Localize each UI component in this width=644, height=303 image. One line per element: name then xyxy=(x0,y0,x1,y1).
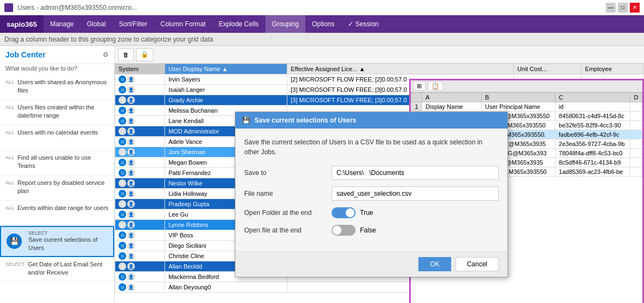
app-icon xyxy=(4,3,13,12)
toolbar-lock-btn[interactable]: 🔒 xyxy=(136,48,153,61)
ss-col-a[interactable]: A xyxy=(422,93,482,102)
open-folder-label: Open Folder at the end xyxy=(244,209,332,217)
sidebar: Job Center ⚙ What would you like to do? … xyxy=(0,46,115,303)
file-name-input[interactable] xyxy=(332,187,499,201)
dialog-title-icon: 💾 xyxy=(242,116,250,124)
window-title: Users - admin@M365x393550.onmicro... xyxy=(17,4,137,11)
save-dialog: 💾 Save current selections of Users Save … xyxy=(235,112,508,277)
title-bar: Users - admin@M365x393550.onmicro... — □… xyxy=(0,0,644,15)
menu-column-format[interactable]: Column Format xyxy=(154,15,212,33)
sidebar-item-anonymous-files[interactable]: ALL Users with shared as Anonymous files xyxy=(0,75,114,100)
ok-button[interactable]: OK xyxy=(418,257,451,271)
maximize-button[interactable]: □ xyxy=(618,3,628,13)
save-icon: 💾 xyxy=(7,234,22,249)
col-unit-cost[interactable]: Unit Cost... xyxy=(514,64,582,74)
open-file-switch[interactable] xyxy=(332,225,356,236)
sidebar-subtitle: What would you like to do? xyxy=(0,64,114,75)
gear-icon[interactable]: ⚙ xyxy=(103,51,109,59)
dialog-container: 💾 Save current selections of Users Save … xyxy=(235,112,508,277)
dialog-body: Save the current selection of Users in a… xyxy=(235,129,507,251)
app-logo[interactable]: sapio365 xyxy=(0,15,44,33)
save-to-input[interactable] xyxy=(332,166,499,180)
open-file-toggle[interactable]: False xyxy=(332,225,376,236)
menu-grouping[interactable]: Grouping xyxy=(265,15,305,33)
dialog-footer: OK Cancel xyxy=(235,251,507,277)
close-button[interactable]: ✕ xyxy=(630,3,640,13)
open-file-label: Open file at the end xyxy=(244,226,332,234)
ss-col-d[interactable]: D xyxy=(630,93,642,102)
dialog-description: Save the current selection of Users in a… xyxy=(244,137,499,157)
cancel-button[interactable]: Cancel xyxy=(456,257,499,271)
grouping-bar: Drag a column header to this grouping zo… xyxy=(0,33,644,46)
menu-session[interactable]: ✓ Session xyxy=(341,15,386,33)
sidebar-item-events-date[interactable]: ALL Events within date range for users xyxy=(0,201,114,226)
ss-row: 1 Display Name User Principal Name id xyxy=(411,102,642,112)
row-icons-cell: ⊙👤 xyxy=(115,74,165,85)
dialog-title-text: Save current selections of Users xyxy=(255,116,356,124)
sidebar-item-disabled-plan[interactable]: ALL Report users by disabled service pla… xyxy=(0,176,114,201)
col-display-name[interactable]: User Display Name ▲ xyxy=(165,64,287,74)
grid-toolbar: 🗑 🔒 xyxy=(115,46,644,63)
sidebar-item-no-calendar[interactable]: ALL Users with no calendar events xyxy=(0,125,114,150)
sidebar-item-last-email[interactable]: SELECT Get Date of Last Email Sent and/o… xyxy=(0,257,114,282)
col-employee[interactable]: Employee xyxy=(582,64,644,74)
dialog-title-bar: 💾 Save current selections of Users xyxy=(235,112,507,129)
sidebar-item-teams[interactable]: ALL Find all users unable to use Teams xyxy=(0,150,114,176)
save-to-field: Save to xyxy=(244,166,499,180)
sidebar-title: Job Center xyxy=(5,50,45,59)
toolbar-delete-btn[interactable]: 🗑 xyxy=(118,48,134,61)
file-name-label: File name xyxy=(244,190,332,197)
ss-toolbar-btn2[interactable]: 📋 xyxy=(428,81,443,91)
minimize-button[interactable]: — xyxy=(606,3,616,13)
open-file-value: False xyxy=(360,226,376,234)
open-folder-switch[interactable] xyxy=(332,207,356,218)
menu-global[interactable]: Global xyxy=(80,15,113,33)
col-license[interactable]: Effective Assigned Lice... ▲ xyxy=(287,64,514,74)
file-name-field: File name xyxy=(244,187,499,201)
open-file-field: Open file at the end False xyxy=(244,225,499,236)
save-to-label: Save to xyxy=(244,169,332,177)
open-folder-value: True xyxy=(360,209,373,217)
menu-sort-filter[interactable]: Sort/Filter xyxy=(113,15,154,33)
system-col-header: System xyxy=(115,64,165,74)
open-folder-field: Open Folder at the end True xyxy=(244,207,499,218)
sidebar-header: Job Center ⚙ xyxy=(0,46,114,64)
menu-bar: sapio365 Manage Global Sort/Filter Colum… xyxy=(0,15,644,33)
ss-col-b[interactable]: B xyxy=(482,93,556,102)
ss-col-c[interactable]: C xyxy=(556,93,630,102)
sidebar-item-files-date[interactable]: ALL Users files created within the date/… xyxy=(0,100,114,125)
menu-options[interactable]: Options xyxy=(305,15,341,33)
open-folder-toggle[interactable]: True xyxy=(332,207,373,218)
ss-toolbar: ⊞ 📋 xyxy=(411,80,642,92)
menu-explode-cells[interactable]: Explode Cells xyxy=(212,15,265,33)
sidebar-item-save-selections[interactable]: 💾 SELECT Save current selections of User… xyxy=(0,226,114,257)
menu-manage[interactable]: Manage xyxy=(44,15,80,33)
ss-toolbar-btn1[interactable]: ⊞ xyxy=(413,81,426,91)
